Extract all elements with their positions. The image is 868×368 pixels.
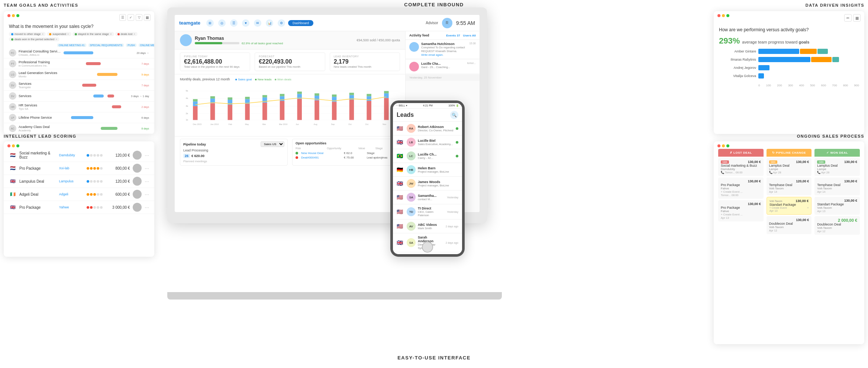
- app-topbar: teamgate ⊞ ◎ ☰ ♥ ✉ 📊 ⚙ Dashboard Advisor…: [175, 15, 480, 31]
- deal-avatar: FC: [9, 49, 16, 57]
- phone-lead-sub-5: Project manager, BioLine: [418, 184, 458, 187]
- lead-amount: 3 000,00 €: [106, 205, 130, 209]
- lead-flag: 🇳🇱: [9, 153, 16, 158]
- filter-tag-2[interactable]: suspended×: [47, 32, 71, 36]
- sales-card-name: Pro Package: [721, 206, 761, 209]
- lead-flag: 🇬🇧: [9, 179, 16, 184]
- deal-name: HR Services: [19, 103, 61, 107]
- lead-company: Yahwe: [59, 205, 84, 209]
- svg-text:Nov: Nov: [383, 123, 386, 125]
- filter-tag-5[interactable]: deals won in the period selected×: [9, 37, 59, 41]
- act-text-2: Gard - 29... Coaching...: [421, 65, 465, 69]
- phone-search-btn[interactable]: 🔍: [450, 111, 458, 119]
- sales-card: 2 000,00 € Doublecon Deal Volt-Taxom Apr…: [814, 216, 860, 235]
- kpi-card-forecast: FORECAST €220,493.00 Based on our pipeli…: [255, 52, 325, 71]
- phone-avatar-5: JW: [407, 179, 416, 188]
- lead-more-btn[interactable]: ···: [145, 191, 149, 197]
- deal-row: LG Lead Generation Services Monto 9 days: [4, 69, 154, 80]
- phone-avatar-2: LB: [407, 138, 416, 147]
- phone-home-btn[interactable]: [422, 241, 433, 253]
- deal-name: Academy Class Deal: [19, 125, 61, 129]
- nav-icon-4[interactable]: ♥: [242, 19, 249, 27]
- svg-rect-37: [349, 100, 354, 120]
- phone-lead-info-3: Lucille Ch... Carey - 42...: [418, 153, 454, 160]
- events-label[interactable]: Events 37: [446, 34, 460, 37]
- nav-icon-6[interactable]: 📊: [266, 19, 273, 27]
- deal-avatar: PT: [9, 60, 16, 67]
- svg-text:4k: 4k: [186, 97, 188, 99]
- phone-lead-sub-2: Sales Executive, Academy...: [418, 143, 454, 146]
- phone-time-7: Yesterday: [447, 211, 458, 213]
- user-avatar-top: R: [442, 18, 452, 28]
- deal-timeline: 8 days: [64, 125, 149, 131]
- deal-name: Financial Consulting Services: [19, 49, 61, 53]
- list-view-btn[interactable]: ☰: [119, 14, 126, 21]
- calendar-btn[interactable]: ▦: [853, 14, 861, 22]
- app-main: Ryan Thomas 62.9% of all tasks goal reac…: [175, 31, 405, 212]
- dot-green: [726, 144, 729, 147]
- edit-btn[interactable]: ✏: [844, 14, 852, 22]
- sales-card-company: Volt-Taxom: [769, 225, 809, 229]
- phone-lead-row-2: 🇬🇧 LB Lucille Biel Sales Executive, Acad…: [393, 135, 462, 149]
- sales-card-company: Volt-Taxom: [769, 187, 809, 190]
- sales-card-date: Apr 13: [817, 209, 857, 213]
- phone-lead-row-1: 🇺🇸 RA Robert Atkinson Director, Co-Owner…: [393, 122, 462, 135]
- svg-text:Oct: Oct: [365, 123, 369, 125]
- deal-info: HR Services Tips SA: [19, 103, 61, 111]
- nav-icon-2[interactable]: ◎: [218, 19, 226, 27]
- filter-tag-3[interactable]: stayed in the same stage×: [72, 32, 114, 36]
- sales-card-company: Volt-Taxom: [817, 206, 857, 209]
- lead-company: Damdubity: [59, 153, 84, 157]
- calendar-btn[interactable]: ▦: [144, 14, 151, 21]
- phone-lead-sub-4: Project manager, BioLine: [418, 170, 458, 173]
- phone-lead-sub-3: Carey - 42...: [418, 156, 454, 160]
- nav-icon-3[interactable]: ☰: [230, 19, 238, 27]
- sales-card-company: Fahve: [721, 209, 761, 213]
- act-link[interactable]: Write email again.: [421, 53, 467, 57]
- nav-icon-5[interactable]: ✉: [254, 19, 261, 27]
- dashboard-tab[interactable]: Dashboard: [288, 20, 313, 26]
- lead-name: Pro Package: [19, 166, 56, 170]
- phone-status-dot-2: [456, 141, 458, 144]
- panel-dots: ☰ ✓ ▽ ▦: [4, 11, 154, 22]
- lead-more-btn[interactable]: ···: [145, 204, 149, 210]
- planned-meetings: Planned meetings: [183, 160, 284, 163]
- phone-avatar-1: RA: [407, 124, 416, 133]
- act-avatar-2: [409, 62, 419, 71]
- bar-label-3: Andrej Jegorov: [719, 66, 756, 70]
- lead-more-btn[interactable]: ···: [145, 165, 149, 171]
- chart-section: Monthly deals, previous 12 month ■ Sales…: [175, 74, 405, 137]
- sales-card-company: Fahve: [721, 187, 761, 190]
- deal-timeline: 7 days: [64, 82, 149, 88]
- filter-btn[interactable]: ▽: [136, 14, 142, 21]
- pipeline-filter[interactable]: Sales US: [261, 141, 284, 147]
- app-topbar-right: Advisor R 9:55 AM: [426, 18, 475, 28]
- sales-col-lost: ✗ LOST DEAL SBK 130,00 € Social marketin…: [717, 149, 765, 236]
- nav-icon-1[interactable]: ⊞: [206, 19, 214, 27]
- phone-avatar-7: TD: [407, 207, 416, 216]
- sales-card-date: Apr 14: [769, 190, 809, 193]
- phone-lead-name-8: ABC Videos: [418, 223, 443, 227]
- sales-card-name: Standart Package: [769, 203, 809, 207]
- filter-tag-4[interactable]: deals lost×: [115, 32, 138, 36]
- sales-card-name: Social marketing & Buzz: [721, 164, 761, 167]
- users-label[interactable]: Users All: [463, 34, 476, 37]
- sales-card-date: Apr 13: [769, 209, 809, 212]
- dot-red: [7, 144, 10, 147]
- kpi-sub: Based on our pipeline This month: [259, 65, 321, 68]
- phone-time-9: 2 days ago: [446, 241, 458, 244]
- lead-more-btn[interactable]: ···: [145, 152, 149, 158]
- filter-tag-1[interactable]: moved to other stage×: [9, 32, 46, 36]
- ongoing-sales-panel: ✗ LOST DEAL SBK 130,00 € Social marketin…: [714, 141, 864, 344]
- nav-icon-7[interactable]: ⚙: [278, 19, 285, 27]
- lead-more-btn[interactable]: ···: [145, 178, 149, 184]
- deal-name: Professional Training: [19, 60, 61, 64]
- corner-label-team-goals: TEAM GOALS AND ACTIVITIES: [4, 3, 78, 7]
- check-btn[interactable]: ✓: [128, 14, 134, 21]
- phone-lead-row-10: 🇬🇧 DJ David Jones Procter & Gamble 3 day…: [393, 252, 462, 257]
- sales-card: SBK 130,00 € Social marketing & Buzz Dam…: [718, 158, 764, 176]
- sales-col-pipeline: ↻ PIPELINE CHANGE SBK 130,00 € Lamplus D…: [765, 149, 813, 236]
- corner-label-insights: DATA DRIVEN INSIGHTS: [806, 3, 864, 7]
- sales-card-name: Lamplus Deal: [817, 164, 857, 167]
- insights-question: How are we performing versus activity go…: [714, 23, 864, 35]
